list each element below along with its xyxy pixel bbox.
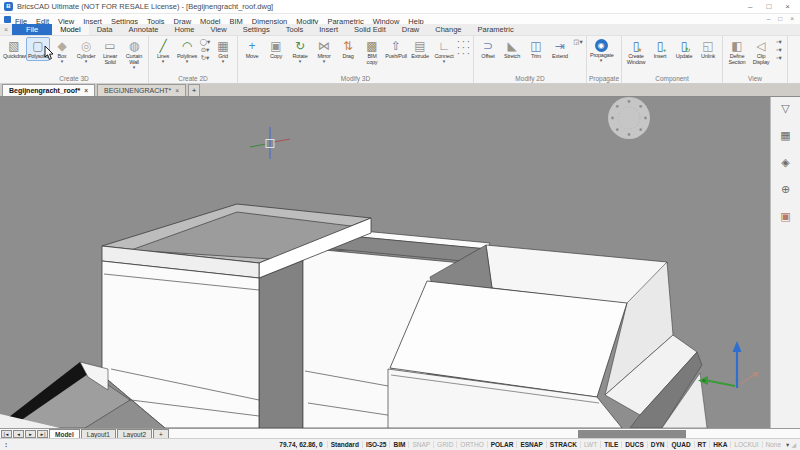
ribbon-tab-parametric[interactable]: Parametric [470, 24, 522, 35]
cylinder-button[interactable]: ◎Cylinder▾ [74, 37, 98, 66]
clip-display-button[interactable]: ◁Clip Display [749, 37, 773, 67]
propagate-button[interactable]: ◉Propagate▾ [589, 37, 613, 65]
rotate-button[interactable]: ↻Rotate▾ [288, 37, 312, 66]
linear-solid-button[interactable]: ▭Linear Solid [98, 37, 122, 67]
curtain-wall-button[interactable]: ◍Curtain Wall▾ [122, 37, 146, 72]
dropdown-arrow-icon: ▾ [600, 58, 603, 63]
bim-copy-button[interactable]: ▩BIM copy [360, 37, 384, 67]
ribbon-tab-model[interactable]: Model [52, 24, 88, 35]
status-toggle-polar[interactable]: POLAR [487, 441, 517, 448]
close-button[interactable]: × [785, 0, 790, 14]
ribbon-tab-draw[interactable]: Draw [394, 24, 428, 35]
layout-tab-layout2[interactable]: Layout2 [117, 429, 152, 438]
extrude-button[interactable]: ▤Extrude [408, 37, 432, 61]
app-menu-icon[interactable] [4, 16, 11, 23]
maximize-button[interactable]: □ [766, 0, 771, 14]
layout-tab-bar: |◄◄►►|ModelLayout1Layout2+ [0, 428, 800, 438]
doc-close-button[interactable]: × [790, 14, 794, 24]
modify3d-more-grid[interactable]: ▪▪▪▪▪▪▪▪▪ [456, 37, 471, 57]
unlink-button[interactable]: ◱Unlink [696, 37, 720, 61]
stretch-button[interactable]: ◣Stretch [500, 37, 524, 61]
tab-close-icon[interactable]: × [84, 87, 88, 94]
status-toggle-quad[interactable]: QUAD [667, 441, 693, 448]
small-tool-icon[interactable]: ▪ [466, 51, 471, 57]
layout-nav-button-0[interactable]: |◄ [1, 430, 12, 438]
ribbon-tab-annotate[interactable]: Annotate [120, 24, 166, 35]
linear-solid-icon: ▭ [104, 39, 115, 53]
ribbon-group-name: Modify 3D [240, 74, 471, 83]
define-section-button[interactable]: ◧Define Section [725, 37, 749, 67]
command-prompt[interactable]: : [4, 441, 8, 449]
status-toggle-dyn[interactable]: DYN [647, 441, 668, 448]
layout-tab-layout1[interactable]: Layout1 [81, 429, 116, 438]
lines-button[interactable]: ╱Lines▾ [151, 37, 175, 66]
status-toggle-hka[interactable]: HKA [709, 441, 730, 448]
status-toggle-none[interactable]: None [762, 441, 785, 448]
status-toggle-ducs[interactable]: DUCS [621, 441, 646, 448]
mirror-button[interactable]: ⋈Mirror▾ [312, 37, 336, 66]
status-toggle-lockui[interactable]: LOCKUI [730, 441, 761, 448]
insert-button[interactable]: ▯+Insert [648, 37, 672, 61]
layers-icon[interactable]: ◈ [781, 156, 789, 169]
table-icon[interactable]: ▦ [780, 129, 790, 142]
corner-tool-icon[interactable]: ◲▾ [572, 37, 584, 46]
status-toggle-rt[interactable]: RT [694, 441, 710, 448]
horizontal-scrollbar-thumb[interactable] [578, 430, 686, 438]
status-toggle-esnap[interactable]: ESNAP [516, 441, 545, 448]
ribbon-close-icon[interactable]: × [0, 24, 12, 35]
tab-close-icon[interactable]: × [175, 87, 179, 94]
ribbon-tab-view[interactable]: View [203, 24, 235, 35]
offset-button[interactable]: ⊃Offset [476, 37, 500, 61]
ribbon-tab-data[interactable]: Data [89, 24, 121, 35]
extend-button[interactable]: ⇥Extend [548, 37, 572, 61]
minimize-button[interactable]: – [748, 0, 752, 14]
ribbon-tab-home[interactable]: Home [167, 24, 203, 35]
status-dropdown-arrow-icon[interactable]: ▾ [784, 441, 791, 449]
status-toggle-bim[interactable]: BIM [389, 441, 408, 448]
connect-button[interactable]: ∟Connect▾ [432, 37, 456, 66]
push-pull-button[interactable]: ⇧Push/Pull [384, 37, 408, 61]
ribbon-tab-solid-edit[interactable]: Solid Edit [346, 24, 394, 35]
ribbon-tab-change[interactable]: Change [427, 24, 469, 35]
trim-button[interactable]: ◫Trim [524, 37, 548, 61]
drag-button[interactable]: ⇅Drag [336, 37, 360, 61]
document-tab[interactable]: Begijnengracht_roof*× [2, 84, 95, 96]
status-toggle-iso-25[interactable]: ISO-25 [362, 441, 390, 448]
layout-nav-button-3[interactable]: ►| [37, 430, 48, 438]
status-toggle-ortho[interactable]: ORTHO [456, 441, 486, 448]
sphere-icon[interactable]: ⊕ [781, 183, 790, 196]
ribbon-tab-file[interactable]: File [12, 24, 52, 35]
quickdraw-button[interactable]: ▧Quickdraw [2, 37, 26, 61]
status-toggle-strack[interactable]: STRACK [546, 441, 580, 448]
status-toggle-tile[interactable]: TILE [600, 441, 621, 448]
layout-tab-model[interactable]: Model [49, 429, 80, 438]
ribbon-tab-insert[interactable]: Insert [311, 24, 346, 35]
status-toggle-standard[interactable]: Standard [327, 441, 362, 448]
layout-nav-button-1[interactable]: ◄ [13, 430, 24, 438]
ribbon-item-label: Drag [342, 53, 353, 59]
doc-minimize-button[interactable]: – [767, 14, 771, 24]
create-window-button[interactable]: ▯★Create Window [624, 37, 648, 67]
polylines-button[interactable]: ◠Polylines▾ [175, 37, 199, 66]
lookfrom-widget[interactable] [608, 97, 650, 139]
move-button[interactable]: +Move [240, 37, 264, 61]
status-toggle-grid[interactable]: GRID [433, 441, 456, 448]
materials-icon[interactable]: ▣ [780, 210, 790, 223]
new-document-tab-button[interactable]: + [188, 84, 200, 96]
view-toggles-cluster[interactable]: ▫▾▫▾▫▾ [773, 37, 785, 62]
circle-tools-cluster[interactable]: ◯▾⊙▾↻▾ [199, 37, 211, 62]
layout-nav-button-2[interactable]: ► [25, 430, 36, 438]
ribbon-tab-tools[interactable]: Tools [278, 24, 312, 35]
document-tab[interactable]: BEGIJNENGRACHT*× [97, 84, 186, 96]
layout-add-tab-button[interactable]: + [153, 429, 169, 438]
status-toggle-lwt[interactable]: LWT [580, 441, 600, 448]
update-button[interactable]: ▯↻Update [672, 37, 696, 61]
ribbon-tab-settings[interactable]: Settings [235, 24, 278, 35]
viewport-3d[interactable]: ▽▦◈⊕▣ [0, 97, 800, 428]
grid-button[interactable]: ▦Grid▾ [211, 37, 235, 66]
status-toggle-snap[interactable]: SNAP [408, 441, 433, 448]
ribbon-group-propagate: ◉Propagate▾Propagate [587, 36, 622, 83]
doc-restore-button[interactable]: □ [778, 14, 782, 24]
filter-icon[interactable]: ▽ [781, 102, 789, 115]
copy-button[interactable]: ▣Copy [264, 37, 288, 61]
